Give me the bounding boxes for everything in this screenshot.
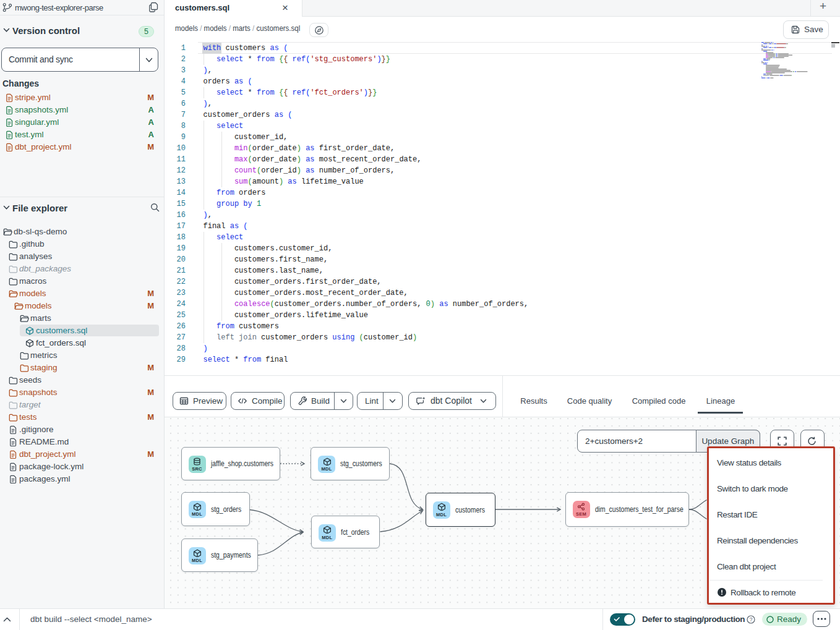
svg-text:?: ? bbox=[750, 616, 753, 623]
